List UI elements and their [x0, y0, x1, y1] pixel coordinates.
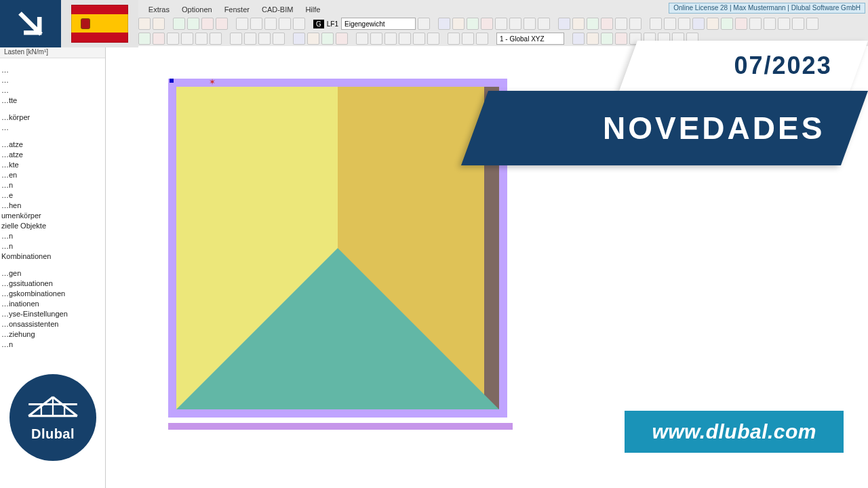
toolbar-icon[interactable]: [615, 33, 627, 45]
toolbar-icon[interactable]: [173, 18, 185, 30]
toolbar-icon[interactable]: [650, 18, 662, 30]
toolbar-icon[interactable]: [264, 18, 277, 30]
toolbar-icon[interactable]: [216, 18, 228, 30]
url-badge: www.dlubal.com: [625, 411, 844, 453]
toolbar-icon[interactable]: [524, 18, 536, 30]
toolbar-icon[interactable]: [250, 18, 262, 30]
coordinate-system-select[interactable]: 1 - Global XYZ: [496, 33, 564, 45]
toolbar-icon[interactable]: [601, 33, 613, 45]
toolbar-icon[interactable]: [293, 18, 305, 30]
toolbar-icon[interactable]: [692, 18, 705, 30]
toolbar-icon[interactable]: [664, 18, 676, 30]
tree-item[interactable]: …yse-Einstellungen: [1, 309, 104, 319]
toolbar-icon[interactable]: [293, 33, 305, 45]
toolbar-icon[interactable]: [452, 18, 465, 30]
toolbar-icon[interactable]: [230, 33, 242, 45]
toolbar-icon[interactable]: [413, 33, 425, 45]
tree-item[interactable]: …n: [1, 180, 104, 190]
toolbar-icon[interactable]: [448, 33, 460, 45]
tree-item[interactable]: …n: [1, 241, 104, 251]
toolbar-icon[interactable]: [467, 18, 479, 30]
toolbar-icon[interactable]: [462, 33, 474, 45]
toolbar-icon[interactable]: [764, 18, 776, 30]
toolbar-icon[interactable]: [629, 18, 642, 30]
toolbar-icon[interactable]: [273, 33, 285, 45]
tree-item[interactable]: …onsassistenten: [1, 319, 104, 329]
tree-item[interactable]: Kombinationen: [1, 251, 104, 262]
toolbar-icon[interactable]: [399, 33, 411, 45]
menu-item[interactable]: Optionen: [182, 5, 212, 14]
loadcase-selector[interactable]: G LF1 Eigengewicht: [313, 18, 416, 30]
toolbar-icon[interactable]: [167, 33, 179, 45]
toolbar-icon[interactable]: [615, 18, 627, 30]
loadcase-name-field[interactable]: Eigengewicht: [341, 18, 416, 30]
toolbar-icon[interactable]: [749, 18, 762, 30]
tree-item[interactable]: umenkörper: [1, 211, 104, 221]
menu-item[interactable]: Hilfe: [305, 5, 320, 14]
tree-item[interactable]: …atze: [1, 140, 104, 150]
toolbar-icon[interactable]: [778, 18, 790, 30]
chevron-down-icon[interactable]: [418, 18, 430, 30]
menu-item[interactable]: Fenster: [224, 5, 250, 14]
tree-item[interactable]: …inationen: [1, 299, 104, 309]
toolbar-icon[interactable]: [495, 18, 507, 30]
toolbar-icon[interactable]: [356, 33, 368, 45]
toolbar-icon[interactable]: [187, 18, 199, 30]
toolbar-icon[interactable]: [572, 18, 585, 30]
tree-item[interactable]: …: [1, 123, 104, 133]
toolbar-icon[interactable]: [572, 33, 585, 45]
tree-item[interactable]: …kte: [1, 160, 104, 170]
toolbar-icon[interactable]: [538, 18, 550, 30]
toolbar-icon[interactable]: [721, 18, 733, 30]
toolbar-icon[interactable]: [427, 33, 439, 45]
toolbar-icon[interactable]: [153, 33, 165, 45]
toolbar-icon[interactable]: [476, 33, 488, 45]
menu-item[interactable]: CAD-BIM: [262, 5, 293, 14]
toolbar-icon[interactable]: [195, 33, 208, 45]
toolbar-icon[interactable]: [707, 18, 719, 30]
toolbar-icon[interactable]: [370, 33, 382, 45]
toolbar-icon[interactable]: [279, 18, 291, 30]
toolbar-icon[interactable]: [153, 18, 165, 30]
toolbar-icon[interactable]: [236, 18, 248, 30]
tree-item[interactable]: …gskombinationen: [1, 289, 104, 299]
tree-item[interactable]: …körper: [1, 113, 104, 123]
tree-item[interactable]: …hen: [1, 201, 104, 211]
toolbar-icon[interactable]: [201, 18, 214, 30]
toolbar-icon[interactable]: [587, 33, 599, 45]
tree-item[interactable]: …gssituationen: [1, 279, 104, 289]
toolbar-icon[interactable]: [210, 33, 222, 45]
toolbar-icon[interactable]: [587, 18, 599, 30]
toolbar-icon[interactable]: [336, 33, 348, 45]
toolbar-icon[interactable]: [438, 18, 450, 30]
tree-item[interactable]: …e: [1, 190, 104, 201]
toolbar-icon[interactable]: [558, 18, 570, 30]
navigator-tree[interactable]: …………tte …körper … …atze …atze …kte …en ……: [0, 58, 105, 352]
toolbar-icon[interactable]: [321, 33, 334, 45]
tree-item[interactable]: zielle Objekte: [1, 221, 104, 231]
toolbar-icon[interactable]: [181, 33, 193, 45]
menu-item[interactable]: Extras: [149, 5, 170, 14]
toolbar-icon[interactable]: [792, 18, 804, 30]
toolbar-icon[interactable]: [509, 18, 521, 30]
toolbar-icon[interactable]: [307, 33, 319, 45]
toolbar-icon[interactable]: [601, 18, 613, 30]
toolbar-icon[interactable]: [244, 33, 256, 45]
toolbar-icon[interactable]: [138, 33, 151, 45]
tree-item[interactable]: …en: [1, 170, 104, 180]
toolbar-icon[interactable]: [138, 18, 151, 30]
toolbar-icon[interactable]: [384, 33, 397, 45]
tree-item[interactable]: …ziehung: [1, 329, 104, 340]
tree-item[interactable]: …n: [1, 340, 104, 350]
toolbar-icon[interactable]: [735, 18, 747, 30]
tree-item[interactable]: …atze: [1, 150, 104, 160]
tree-item[interactable]: …n: [1, 231, 104, 241]
toolbar-icon[interactable]: [481, 18, 493, 30]
license-info: Online License 28 | Max Mustermann | Dlu…: [669, 3, 865, 14]
toolbar-icon[interactable]: [806, 18, 818, 30]
frame-outline: [168, 79, 507, 418]
toolbar-icon[interactable]: [258, 33, 271, 45]
toolbar-icon[interactable]: [678, 18, 690, 30]
tree-item[interactable]: …gen: [1, 268, 104, 279]
node-handle[interactable]: [170, 79, 174, 83]
